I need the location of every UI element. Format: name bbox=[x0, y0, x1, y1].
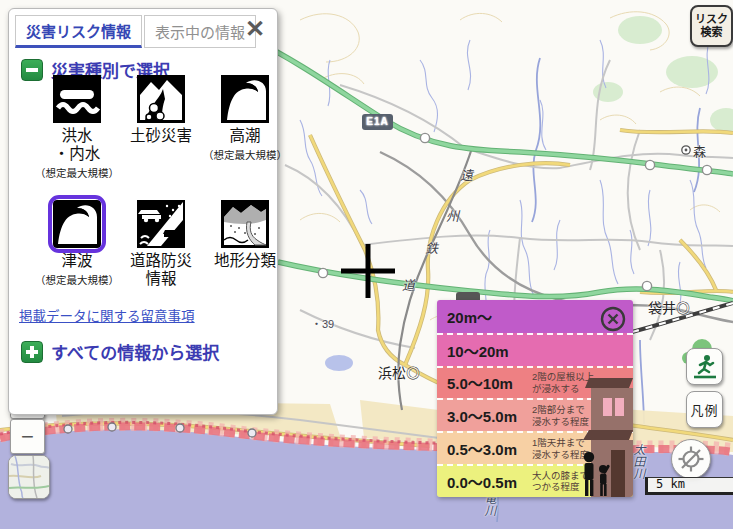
tab-displayed-info[interactable]: 表示中の情報 bbox=[144, 15, 256, 48]
disaster-type-road-hazard[interactable]: 道路防災 情報 bbox=[119, 200, 203, 290]
panel-close-icon[interactable]: ✕ bbox=[243, 18, 267, 42]
railway-name-char: 遠 bbox=[460, 165, 473, 184]
legend-toggle-button[interactable]: 凡例 bbox=[686, 391, 723, 428]
town-symbol-mori bbox=[682, 146, 690, 154]
zoom-out-button[interactable]: − bbox=[10, 419, 45, 454]
railway-name-char: 道 bbox=[402, 275, 415, 294]
map-label-hamamatsu: 浜松◎ bbox=[378, 362, 420, 382]
map-scale-bar: 5 km bbox=[645, 477, 733, 495]
legend-row: 5.0～10m 2階の屋根以上 が浸水する bbox=[437, 366, 633, 399]
data-notice-link[interactable]: 掲載データに関する留意事項 bbox=[19, 305, 195, 325]
legend-row: 3.0～5.0m 2階部分まで 浸水する程度 bbox=[437, 398, 633, 431]
minimap-thumbnail bbox=[9, 456, 49, 498]
running-person-icon bbox=[692, 354, 718, 380]
railway-name-char: 州 bbox=[446, 206, 459, 225]
flood-icon[interactable] bbox=[53, 75, 101, 123]
storm-surge-icon[interactable] bbox=[221, 75, 269, 123]
evacuation-site-button[interactable] bbox=[686, 348, 723, 385]
circle-x-icon bbox=[600, 306, 626, 332]
route-shield-e1a: E1A bbox=[362, 114, 393, 130]
disaster-risk-panel: 災害リスク情報 表示中の情報 ✕ 災害種別で選択 洪水 ・内水 （想定最大規模） bbox=[8, 8, 278, 415]
tsunami-depth-legend: 20m～ 10～20m 5.0～10m 2階の屋根以上 が浸水する 3.0～5.… bbox=[437, 300, 633, 497]
disaster-type-flood[interactable]: 洪水 ・内水 （想定最大規模） bbox=[35, 75, 119, 180]
disaster-type-landform[interactable]: 地形分類 bbox=[203, 200, 287, 290]
railway-name-char: 鉄 bbox=[425, 238, 438, 257]
legend-row: 0.0～0.5m 大人の膝まで つかる程度 bbox=[437, 464, 633, 497]
landform-icon[interactable] bbox=[221, 200, 269, 248]
disaster-type-storm-surge[interactable]: 高潮 （想定最大規模） bbox=[203, 75, 287, 180]
legend-row: 0.5～3.0m 1階天井まで 浸水する程度 bbox=[437, 431, 633, 464]
tab-disaster-risk-info[interactable]: 災害リスク情報 bbox=[15, 15, 142, 48]
legend-row: 10～20m bbox=[437, 333, 633, 366]
legend-close-button[interactable] bbox=[600, 306, 626, 332]
disaster-type-landslide[interactable]: 土砂災害 bbox=[119, 75, 203, 180]
disaster-type-tsunami[interactable]: 津波 （想定最大規模） bbox=[35, 200, 119, 290]
risk-search-button[interactable]: リスク検索 bbox=[690, 5, 733, 47]
overview-map-button[interactable] bbox=[8, 455, 50, 499]
road-hazard-icon[interactable] bbox=[137, 200, 185, 248]
section-title-all-info: すべての情報から選択 bbox=[51, 339, 219, 364]
expand-plus-icon[interactable] bbox=[21, 341, 43, 363]
landslide-icon[interactable] bbox=[137, 75, 185, 123]
map-label-mori: 森 bbox=[693, 141, 706, 160]
current-location-button[interactable] bbox=[671, 439, 711, 479]
hazard-map-app: E1A 森 袋井◎ 浜松◎ ・39 遠 州 鉄 道 太田川 竜川 災害リスク情報… bbox=[0, 0, 733, 529]
panel-tabbar: 災害リスク情報 表示中の情報 bbox=[15, 15, 271, 48]
compass-off-icon bbox=[677, 445, 705, 473]
spot-elevation-label: ・39 bbox=[311, 315, 334, 331]
tsunami-icon[interactable] bbox=[53, 200, 101, 248]
lake bbox=[325, 355, 353, 371]
map-label-fukuroi: 袋井◎ bbox=[648, 297, 690, 317]
